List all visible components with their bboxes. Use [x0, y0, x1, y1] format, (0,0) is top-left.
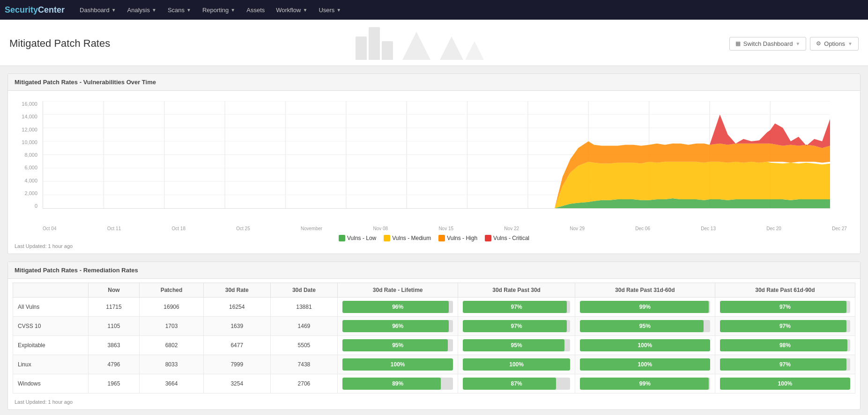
decorative-shapes	[356, 27, 484, 60]
table-cell: 5505	[270, 336, 337, 355]
rate-bar-text: 100%	[720, 378, 850, 390]
col-header-patched: Patched	[140, 283, 203, 298]
table-cell: 1703	[140, 317, 203, 336]
rate-bar-cell: 95%	[575, 317, 715, 336]
rate-bar-text: 100%	[580, 339, 710, 351]
rate-bar-text: 95%	[463, 339, 570, 351]
rate-bar-cell: 87%	[458, 374, 575, 393]
rate-bar-text: 99%	[580, 378, 710, 390]
rate-bar-cell: 98%	[715, 336, 855, 355]
vuln-chart-container: 16,000 14,000 12,000 10,000 8,000 6,000 …	[15, 96, 853, 232]
x-label-dec20: Dec 20	[766, 226, 781, 231]
nav-item-scans[interactable]: Scans▼	[162, 0, 197, 20]
legend-label-high: Vulns - High	[447, 235, 477, 241]
y-label-10000: 10,000	[22, 139, 37, 145]
rate-bar-cell: 100%	[575, 336, 715, 355]
table-cell: 8033	[140, 355, 203, 374]
table-cell: 13881	[270, 298, 337, 317]
options-caret: ▼	[848, 41, 853, 46]
page-content: Mitigated Patch Rates - Vulnerabilities …	[0, 66, 868, 415]
nav-caret-dashboard: ▼	[111, 7, 116, 13]
rate-bar-cell: 97%	[715, 355, 855, 374]
table-cell: All Vulns	[13, 298, 89, 317]
rate-bar-cell: 97%	[458, 317, 575, 336]
nav-item-assets[interactable]: Assets	[241, 0, 270, 20]
y-label-0: 0	[35, 203, 37, 209]
brand-logo[interactable]: SecurityCenter	[5, 5, 65, 15]
col-header-30d-date: 30d Date	[270, 283, 337, 298]
vuln-over-time-panel: Mitigated Patch Rates - Vulnerabilities …	[7, 73, 861, 254]
chart1-last-updated: Last Updated: 1 hour ago	[8, 241, 860, 254]
table-row: Exploitable386368026477550595%95%100%98%	[13, 336, 855, 355]
rate-bar-text: 89%	[342, 378, 453, 390]
table-cell: 1639	[203, 317, 270, 336]
rate-bar-cell: 100%	[575, 355, 715, 374]
legend-high: Vulns - High	[438, 235, 477, 241]
legend-label-low: Vulns - Low	[347, 235, 376, 241]
legend-low: Vulns - Low	[339, 235, 376, 241]
gear-icon: ⚙	[816, 40, 821, 47]
table-cell: 11715	[88, 298, 140, 317]
table-cell: Windows	[13, 374, 89, 393]
legend-critical: Vulns - Critical	[485, 235, 529, 241]
col-header-past31-60: 30d Rate Past 31d-60d	[575, 283, 715, 298]
y-label-12000: 12,000	[22, 127, 37, 132]
rate-bar-cell: 100%	[338, 355, 458, 374]
rate-bar-text: 95%	[342, 339, 453, 351]
options-label: Options	[824, 40, 845, 47]
chart-legend: Vulns - Low Vulns - Medium Vulns - High …	[15, 235, 853, 241]
nav-caret-reporting: ▼	[230, 7, 235, 13]
legend-color-medium	[384, 235, 390, 241]
nav-caret-analysis: ▼	[152, 7, 156, 13]
table-cell: 2706	[270, 374, 337, 393]
table-cell: 3254	[203, 374, 270, 393]
table-cell: Linux	[13, 355, 89, 374]
navbar: SecurityCenter Dashboard▼Analysis▼Scans▼…	[0, 0, 868, 20]
rate-bar-cell: 95%	[458, 336, 575, 355]
table-cell: 6477	[203, 336, 270, 355]
rate-bar-text: 97%	[720, 320, 850, 332]
rate-bar-cell: 89%	[338, 374, 458, 393]
table-cell: 16254	[203, 298, 270, 317]
nav-item-workflow[interactable]: Workflow▼	[270, 0, 313, 20]
rate-bar-text: 100%	[580, 358, 710, 371]
table-cell: 1965	[88, 374, 140, 393]
nav-item-reporting[interactable]: Reporting▼	[197, 0, 241, 20]
chart-svg-area	[43, 101, 830, 209]
options-button[interactable]: ⚙ Options ▼	[810, 37, 859, 51]
nav-caret-scans: ▼	[186, 7, 191, 13]
table-cell: 3664	[140, 374, 203, 393]
rate-bar-cell: 97%	[715, 298, 855, 317]
col-header-30d-rate: 30d Rate	[203, 283, 270, 298]
col-header-past30d: 30d Rate Past 30d	[458, 283, 575, 298]
rate-bar-cell: 97%	[458, 298, 575, 317]
table-row: All Vulns1171516906162541388196%97%99%97…	[13, 298, 855, 317]
chart2-last-updated: Last Updated: 1 hour ago	[8, 397, 860, 409]
x-axis: Oct 04 Oct 11 Oct 18 Oct 25 November Nov…	[43, 226, 847, 231]
y-label-4000: 4,000	[24, 178, 37, 183]
table-cell: CVSS 10	[13, 317, 89, 336]
nav-item-users[interactable]: Users▼	[313, 0, 347, 20]
switch-dashboard-button[interactable]: ▦ Switch Dashboard ▼	[729, 37, 806, 51]
table-cell: 3863	[88, 336, 140, 355]
rate-bar-cell: 96%	[338, 317, 458, 336]
rate-bar-text: 96%	[342, 301, 453, 313]
x-label-oct25: Oct 25	[236, 226, 250, 231]
page-title: Mitigated Patch Rates	[9, 37, 110, 50]
legend-color-low	[339, 235, 345, 241]
rate-bar-text: 97%	[720, 358, 850, 371]
y-label-6000: 6,000	[24, 165, 37, 170]
table-cell: 7999	[203, 355, 270, 374]
brand-part2: Center	[38, 5, 65, 15]
rate-bar-text: 97%	[463, 301, 570, 313]
col-header-now: Now	[88, 283, 140, 298]
x-label-oct11: Oct 11	[107, 226, 121, 231]
rate-bar-text: 97%	[463, 320, 570, 332]
rate-bar-text: 98%	[720, 339, 850, 351]
x-label-nov15: Nov 15	[438, 226, 453, 231]
legend-medium: Vulns - Medium	[384, 235, 431, 241]
table-cell: 6802	[140, 336, 203, 355]
nav-item-dashboard[interactable]: Dashboard▼	[74, 0, 122, 20]
nav-item-analysis[interactable]: Analysis▼	[122, 0, 162, 20]
rate-bar-text: 87%	[463, 378, 570, 390]
